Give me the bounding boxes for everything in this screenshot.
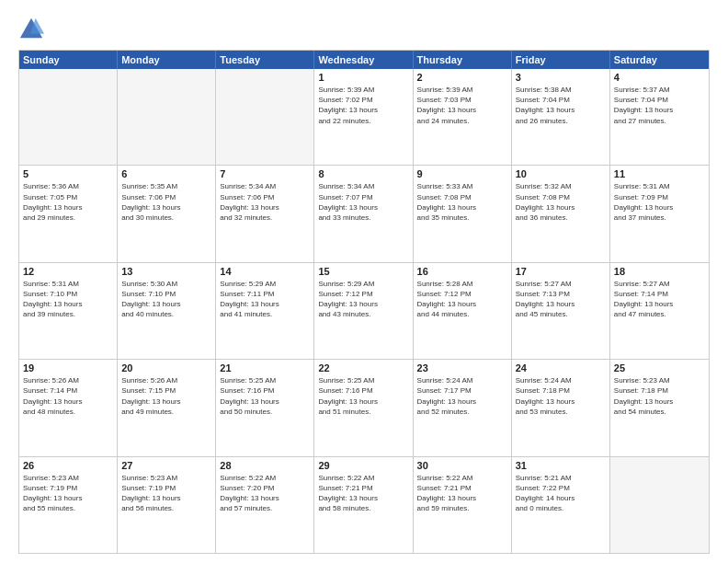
- day-number: 12: [23, 266, 113, 277]
- calendar-row: 26Sunrise: 5:23 AM Sunset: 7:19 PM Dayli…: [19, 457, 709, 553]
- logo-icon: [18, 17, 44, 42]
- day-number: 29: [318, 460, 408, 471]
- calendar-cell: 13Sunrise: 5:30 AM Sunset: 7:10 PM Dayli…: [118, 263, 216, 359]
- day-number: 4: [614, 72, 705, 83]
- calendar-cell: 28Sunrise: 5:22 AM Sunset: 7:20 PM Dayli…: [216, 457, 314, 553]
- calendar-cell: 10Sunrise: 5:32 AM Sunset: 7:08 PM Dayli…: [512, 166, 610, 261]
- calendar-cell: 14Sunrise: 5:29 AM Sunset: 7:11 PM Dayli…: [216, 263, 314, 359]
- calendar-cell: 8Sunrise: 5:34 AM Sunset: 7:07 PM Daylig…: [314, 166, 413, 261]
- day-detail: Sunrise: 5:36 AM Sunset: 7:05 PM Dayligh…: [23, 181, 113, 223]
- day-detail: Sunrise: 5:38 AM Sunset: 7:04 PM Dayligh…: [516, 85, 606, 126]
- calendar-cell: 31Sunrise: 5:21 AM Sunset: 7:22 PM Dayli…: [512, 457, 610, 553]
- day-number: 7: [220, 168, 310, 179]
- calendar-cell: 7Sunrise: 5:34 AM Sunset: 7:06 PM Daylig…: [216, 166, 314, 261]
- day-detail: Sunrise: 5:33 AM Sunset: 7:08 PM Dayligh…: [417, 181, 507, 223]
- calendar-cell: 26Sunrise: 5:23 AM Sunset: 7:19 PM Dayli…: [19, 457, 118, 553]
- calendar-cell: 11Sunrise: 5:31 AM Sunset: 7:09 PM Dayli…: [610, 166, 709, 261]
- weekday-label: Sunday: [19, 51, 118, 69]
- calendar-cell: 12Sunrise: 5:31 AM Sunset: 7:10 PM Dayli…: [19, 263, 118, 359]
- calendar-cell: [118, 69, 216, 165]
- day-number: 15: [318, 266, 408, 277]
- calendar-row: 1Sunrise: 5:39 AM Sunset: 7:02 PM Daylig…: [19, 69, 709, 166]
- calendar-cell: 3Sunrise: 5:38 AM Sunset: 7:04 PM Daylig…: [512, 69, 610, 165]
- day-detail: Sunrise: 5:25 AM Sunset: 7:16 PM Dayligh…: [220, 375, 310, 417]
- day-detail: Sunrise: 5:22 AM Sunset: 7:21 PM Dayligh…: [318, 473, 408, 514]
- day-detail: Sunrise: 5:26 AM Sunset: 7:14 PM Dayligh…: [23, 375, 113, 417]
- day-number: 14: [220, 266, 310, 277]
- calendar-cell: 4Sunrise: 5:37 AM Sunset: 7:04 PM Daylig…: [610, 69, 709, 165]
- day-detail: Sunrise: 5:24 AM Sunset: 7:18 PM Dayligh…: [516, 375, 606, 417]
- day-detail: Sunrise: 5:31 AM Sunset: 7:09 PM Dayligh…: [614, 181, 705, 223]
- weekday-label: Tuesday: [216, 51, 314, 69]
- calendar-cell: 6Sunrise: 5:35 AM Sunset: 7:06 PM Daylig…: [118, 166, 216, 261]
- day-number: 10: [516, 168, 606, 179]
- calendar-cell: [610, 457, 709, 553]
- day-number: 3: [516, 72, 606, 83]
- calendar-row: 19Sunrise: 5:26 AM Sunset: 7:14 PM Dayli…: [19, 360, 709, 456]
- day-number: 6: [121, 168, 211, 179]
- calendar-cell: 30Sunrise: 5:22 AM Sunset: 7:21 PM Dayli…: [414, 457, 512, 553]
- day-number: 8: [318, 168, 408, 179]
- day-number: 27: [121, 460, 211, 471]
- day-number: 11: [614, 168, 705, 179]
- weekday-label: Wednesday: [314, 51, 413, 69]
- day-number: 19: [23, 362, 113, 373]
- calendar-cell: 16Sunrise: 5:28 AM Sunset: 7:12 PM Dayli…: [414, 263, 512, 359]
- calendar-cell: 5Sunrise: 5:36 AM Sunset: 7:05 PM Daylig…: [19, 166, 118, 261]
- day-number: 26: [23, 460, 113, 471]
- day-number: 17: [516, 266, 606, 277]
- calendar: SundayMondayTuesdayWednesdayThursdayFrid…: [18, 50, 710, 554]
- day-detail: Sunrise: 5:35 AM Sunset: 7:06 PM Dayligh…: [121, 181, 211, 223]
- day-number: 30: [417, 460, 507, 471]
- day-detail: Sunrise: 5:27 AM Sunset: 7:13 PM Dayligh…: [516, 279, 606, 320]
- calendar-cell: 17Sunrise: 5:27 AM Sunset: 7:13 PM Dayli…: [512, 263, 610, 359]
- day-detail: Sunrise: 5:32 AM Sunset: 7:08 PM Dayligh…: [516, 181, 606, 223]
- calendar-cell: 25Sunrise: 5:23 AM Sunset: 7:18 PM Dayli…: [610, 360, 709, 455]
- day-number: 22: [318, 362, 408, 373]
- calendar-cell: 27Sunrise: 5:23 AM Sunset: 7:19 PM Dayli…: [118, 457, 216, 553]
- header: [18, 17, 710, 42]
- day-number: 20: [121, 362, 211, 373]
- calendar-cell: 24Sunrise: 5:24 AM Sunset: 7:18 PM Dayli…: [512, 360, 610, 455]
- day-number: 9: [417, 168, 507, 179]
- day-detail: Sunrise: 5:37 AM Sunset: 7:04 PM Dayligh…: [614, 85, 705, 126]
- calendar-cell: 15Sunrise: 5:29 AM Sunset: 7:12 PM Dayli…: [314, 263, 413, 359]
- calendar-cell: 2Sunrise: 5:39 AM Sunset: 7:03 PM Daylig…: [414, 69, 512, 165]
- day-number: 28: [220, 460, 310, 471]
- calendar-cell: [216, 69, 314, 165]
- calendar-cell: 9Sunrise: 5:33 AM Sunset: 7:08 PM Daylig…: [414, 166, 512, 261]
- calendar-cell: 1Sunrise: 5:39 AM Sunset: 7:02 PM Daylig…: [314, 69, 413, 165]
- calendar-cell: 18Sunrise: 5:27 AM Sunset: 7:14 PM Dayli…: [610, 263, 709, 359]
- weekday-label: Thursday: [414, 51, 512, 69]
- day-detail: Sunrise: 5:34 AM Sunset: 7:07 PM Dayligh…: [318, 181, 408, 223]
- day-number: 31: [516, 460, 606, 471]
- calendar-cell: 23Sunrise: 5:24 AM Sunset: 7:17 PM Dayli…: [414, 360, 512, 455]
- day-number: 18: [614, 266, 705, 277]
- day-detail: Sunrise: 5:29 AM Sunset: 7:12 PM Dayligh…: [318, 279, 408, 320]
- day-detail: Sunrise: 5:25 AM Sunset: 7:16 PM Dayligh…: [318, 375, 408, 417]
- day-detail: Sunrise: 5:30 AM Sunset: 7:10 PM Dayligh…: [121, 279, 211, 320]
- day-detail: Sunrise: 5:23 AM Sunset: 7:19 PM Dayligh…: [121, 473, 211, 514]
- calendar-header: SundayMondayTuesdayWednesdayThursdayFrid…: [19, 51, 709, 69]
- calendar-body: 1Sunrise: 5:39 AM Sunset: 7:02 PM Daylig…: [19, 69, 709, 553]
- day-number: 2: [417, 72, 507, 83]
- calendar-cell: 19Sunrise: 5:26 AM Sunset: 7:14 PM Dayli…: [19, 360, 118, 455]
- day-detail: Sunrise: 5:39 AM Sunset: 7:03 PM Dayligh…: [417, 85, 507, 126]
- calendar-cell: 29Sunrise: 5:22 AM Sunset: 7:21 PM Dayli…: [314, 457, 413, 553]
- day-detail: Sunrise: 5:24 AM Sunset: 7:17 PM Dayligh…: [417, 375, 507, 417]
- weekday-label: Saturday: [610, 51, 709, 69]
- day-detail: Sunrise: 5:23 AM Sunset: 7:18 PM Dayligh…: [614, 375, 705, 417]
- day-number: 1: [318, 72, 408, 83]
- day-detail: Sunrise: 5:39 AM Sunset: 7:02 PM Dayligh…: [318, 85, 408, 126]
- day-number: 13: [121, 266, 211, 277]
- day-detail: Sunrise: 5:26 AM Sunset: 7:15 PM Dayligh…: [121, 375, 211, 417]
- calendar-cell: [19, 69, 118, 165]
- day-detail: Sunrise: 5:22 AM Sunset: 7:20 PM Dayligh…: [220, 473, 310, 514]
- day-detail: Sunrise: 5:23 AM Sunset: 7:19 PM Dayligh…: [23, 473, 113, 514]
- calendar-row: 5Sunrise: 5:36 AM Sunset: 7:05 PM Daylig…: [19, 166, 709, 262]
- day-detail: Sunrise: 5:31 AM Sunset: 7:10 PM Dayligh…: [23, 279, 113, 320]
- day-number: 5: [23, 168, 113, 179]
- logo: [18, 17, 48, 42]
- weekday-label: Friday: [512, 51, 610, 69]
- calendar-row: 12Sunrise: 5:31 AM Sunset: 7:10 PM Dayli…: [19, 263, 709, 360]
